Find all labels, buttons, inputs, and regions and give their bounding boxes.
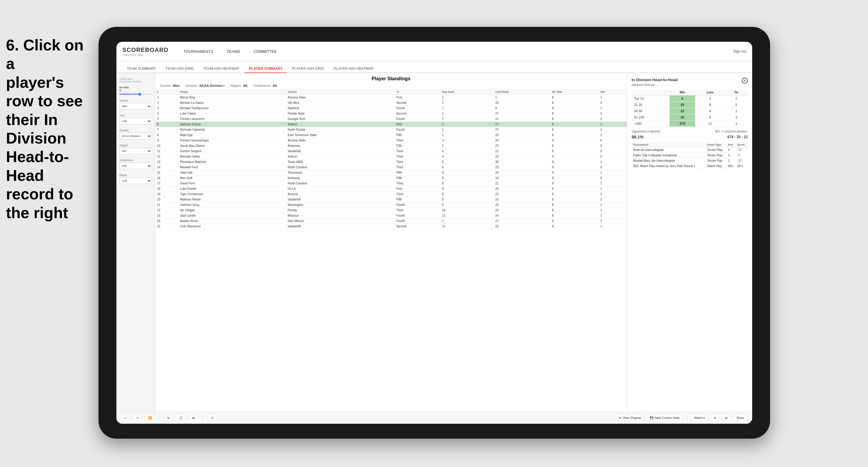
conference-dropdown[interactable]: (All) [119, 163, 152, 169]
table-row[interactable]: 18Luke PowellUCLAFirst82481 [155, 186, 627, 192]
region-dropdown[interactable]: N/A [119, 148, 152, 154]
tournament-row: Fallen Oak Collegiate InvitationalStroke… [631, 153, 748, 158]
toolbar-sep-3 [687, 415, 687, 421]
nav-items: TOURNAMENTS TEAMS COMMITTEE [177, 48, 733, 56]
col-no-rds: No. Rds. [550, 89, 598, 95]
filter-region: Region: All [230, 84, 247, 87]
table-row[interactable]: 25Cole SherwoodVanderbiltSecond122381 [155, 224, 627, 229]
tab-team-h2h-grid[interactable]: TEAM H2H GRID [161, 65, 198, 73]
col-win: Win [598, 89, 627, 95]
logo-powered: Powered by clippi [122, 54, 168, 56]
bottom-toolbar: ↩ ↪ ⏩ ⧉ 📋 ▸▸ ↺ 👁 View: Original 💾 Save C… [116, 412, 752, 424]
col-pos: Pos [726, 142, 736, 147]
conference-label: Conference [119, 159, 152, 162]
filter-row: Gender: Men Division: NCAA Division I Re… [160, 84, 622, 87]
tab-player-h2h-grid[interactable]: PLAYER H2H GRID [287, 65, 328, 73]
undo-button[interactable]: ↩ [121, 415, 130, 421]
h2h-table-header: Win Loss Tie [631, 90, 748, 95]
tournament-header-row: Tournament Event Type Pos Score [631, 142, 748, 147]
table-row[interactable]: 21Taehoon SongWashingtonFourth62381 [155, 202, 627, 208]
nav-committee[interactable]: COMMITTEE [247, 48, 283, 56]
table-row[interactable]: 5Christo LamprechtGeorgia TechFourth2218… [155, 116, 627, 122]
no-rds-section: No Rds. 6 [119, 86, 152, 95]
division-label: Division [119, 129, 152, 132]
tournament-row: Mirabel Maui Jim IntercollegiateStroke P… [631, 158, 748, 163]
table-row[interactable]: 13Phichakun MaichonTexas A&MThird63081 [155, 159, 627, 165]
tab-team-h2h-heatmap[interactable]: TEAM H2H HEATMAP [199, 65, 244, 73]
copy-button[interactable]: ⧉ [164, 415, 173, 421]
h2h-row: 51-1004663 [631, 114, 748, 121]
col-school: School [286, 89, 395, 95]
watch-button[interactable]: Watch ▾ [691, 415, 708, 421]
toolbar-sep-1 [159, 415, 160, 421]
table-row[interactable]: 6Jackson KoivunAuburnFirst21782 [155, 122, 627, 127]
filter-conference: Conference: All [253, 84, 277, 87]
tablet-screen: SCOREBOARD Powered by clippi TOURNAMENTS… [116, 42, 752, 424]
icon-btn-2[interactable]: ⊞ [722, 415, 731, 421]
no-rds-slider[interactable] [119, 94, 152, 95]
table-row[interactable]: 1Wenyi DingArizona StateFirst1181 [155, 95, 627, 100]
nav-tournaments[interactable]: TOURNAMENTS [177, 48, 219, 56]
view-original-button[interactable]: 👁 View: Original [616, 415, 644, 421]
table-row[interactable]: 8Mats EgeEast Tennessee StateFifth12482 [155, 132, 627, 138]
paste-button[interactable]: 📋 [176, 415, 186, 421]
table-row[interactable]: 12Brendan VallesAuburnThird42280 [155, 154, 627, 159]
h2h-row: Top 10832 [631, 95, 748, 102]
redo-button[interactable]: ↪ [133, 415, 142, 421]
player-standings-table: # Player School Yr Reg Rank Conf Rank No… [155, 89, 627, 412]
refresh-button[interactable]: ↺ [208, 415, 217, 421]
nav-teams[interactable]: TEAMS [221, 48, 246, 56]
opponents-label: Opponents in division: [631, 130, 661, 133]
nav-bar: SCOREBOARD Powered by clippi TOURNAMENTS… [116, 42, 752, 61]
table-header-row: # Player School Yr Reg Rank Conf Rank No… [155, 89, 627, 95]
table-row[interactable]: 9Preston SummerhaysArizona StateThird324… [155, 138, 627, 143]
table-row[interactable]: 15Jake HallTennesseeFifth61881 [155, 170, 627, 176]
table-row[interactable]: 22Ian GilliganFloridaThird102481 [155, 208, 627, 213]
icon-btn-1[interactable]: ⬆ [710, 415, 719, 421]
table-row[interactable]: 10Jacob Mau OlesenArkansasFifth32380 [155, 143, 627, 149]
table-row[interactable]: 17David FordNorth CarolinaThird82181 [155, 181, 627, 186]
player-dropdown[interactable]: (All) [119, 178, 152, 184]
year-dropdown[interactable]: (All) [119, 118, 152, 124]
tab-team-summary[interactable]: TEAM SUMMARY [122, 65, 161, 73]
wlt-label: W-L-T record in-division: [715, 130, 748, 133]
tab-player-summary[interactable]: PLAYER SUMMARY [244, 65, 287, 73]
table-row[interactable]: 16Alex GoffKentuckyFifth81980 [155, 176, 627, 181]
table-row[interactable]: 24Bastien AmatNew MexicoFourth12782 [155, 218, 627, 224]
col-conf-rank: Conf Rank [493, 89, 550, 95]
tournament-row: Amer Ari IntercollegiateStroke Play4-17 [631, 147, 748, 153]
table-row[interactable]: 4Luke ClatonFlorida StateSecond12782 [155, 111, 627, 116]
view-original-label: View: Original [623, 416, 641, 419]
close-h2h-button[interactable]: ✕ [742, 77, 748, 84]
table-row[interactable]: 3Michael ThorbjornsenStanfordFourth1881 [155, 106, 627, 111]
table-row[interactable]: 14Maxwell FordNorth CarolinaThird62380 [155, 165, 627, 170]
tablet-frame: SCOREBOARD Powered by clippi TOURNAMENTS… [98, 27, 770, 439]
col-reg-rank: Reg Rank [440, 89, 493, 95]
tab-player-h2h-heatmap[interactable]: PLAYER H2H HEATMAP [329, 65, 378, 73]
gender-dropdown[interactable]: Men Women [119, 103, 152, 110]
no-rds-value: 6 [119, 89, 152, 92]
sign-out-link[interactable]: Sign out [733, 49, 746, 54]
share-button[interactable]: Share [733, 415, 748, 421]
save-custom-view-button[interactable]: 💾 Save Custom View [647, 415, 683, 421]
player-section: Player (All) [119, 174, 152, 184]
tournament-row: SEC Match Play hosted by Jerry Pate Roun… [631, 163, 748, 169]
opponents-row: Opponents in division: W-L-T record in-d… [631, 130, 748, 133]
more-button[interactable]: ▸▸ [189, 415, 198, 421]
forward-button[interactable]: ⏩ [145, 415, 155, 421]
table-row[interactable]: 23Jack LundinMissouriFourth112481 [155, 213, 627, 218]
table-row[interactable]: 11Gordon SargentVanderbiltThird42180 [155, 149, 627, 154]
standings-title: Player Standings [160, 76, 622, 82]
standings-header: Player Standings Gender: Men Division: N… [155, 73, 627, 89]
opponents-section: Opponents in division: W-L-T record in-d… [631, 130, 748, 139]
table-row[interactable]: 7Nicholas GabrelcikNorth FloridaFourth12… [155, 127, 627, 132]
table-row[interactable]: 2Michael La SassoOle MissSecond11980 [155, 100, 627, 106]
h2h-row: >100578111 [631, 121, 748, 127]
nav-right: Sign out [733, 49, 746, 54]
table-row[interactable]: 20Matthew RiedelVanderbiltFifth92382 [155, 197, 627, 202]
gender-label: Gender [119, 99, 152, 102]
table-row[interactable]: 19Tiger ChristensenArizonaThird82382 [155, 192, 627, 197]
region-section: Region N/A [119, 144, 152, 154]
h2h-header: In Division Head-to-Head Jackson Koivun … [631, 77, 748, 87]
division-dropdown[interactable]: NCAA Division I [119, 133, 152, 139]
